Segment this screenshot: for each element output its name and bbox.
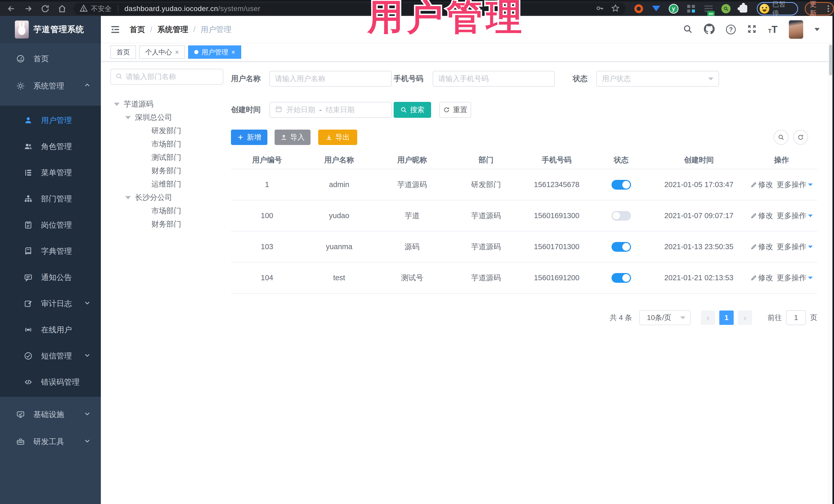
github-icon[interactable] [704,24,715,36]
browser-menu-icon[interactable] [828,5,829,13]
scrollbar-track[interactable] [828,44,832,504]
page-number-active[interactable]: 1 [719,310,734,325]
more-actions-link[interactable]: 更多操作 [777,180,813,190]
tree-node-dept[interactable]: 研发部门 [110,124,223,137]
close-icon[interactable]: × [231,49,235,56]
app-logo[interactable]: 芋道管理系统 [0,16,101,43]
tree-node-root[interactable]: 芋道源码 [110,97,223,111]
hide-search-button[interactable] [774,130,789,145]
prev-page-button[interactable]: ‹ [701,310,715,325]
security-chip[interactable]: 不安全 [91,4,112,13]
home-icon[interactable] [58,4,67,13]
extension-grid-icon[interactable] [686,4,696,14]
fullscreen-icon[interactable] [747,24,757,35]
import-button[interactable]: 导入 [275,130,310,145]
sidebar-item-error-code[interactable]: 错误码管理 [0,369,101,395]
browser-update-button[interactable]: 更新 [805,2,834,15]
tab-profile[interactable]: 个人中心× [139,45,185,59]
username-input[interactable] [275,75,386,83]
export-button[interactable]: 导出 [318,130,357,145]
page-size-select[interactable]: 10条/页 [639,310,690,325]
dashboard-icon [16,54,25,63]
tab-user-management[interactable]: 用户管理× [188,45,241,59]
extension-orange-icon[interactable] [634,4,644,14]
tree-node-dept[interactable]: 市场部门 [110,204,223,218]
sidebar-item-menu-management[interactable]: 菜单管理 [0,160,101,186]
status-toggle[interactable] [612,180,631,190]
extension-list-icon[interactable]: on [703,4,714,14]
reload-icon[interactable] [41,4,50,13]
tree-node-dept[interactable]: 财务部门 [110,164,223,178]
extension-gem-icon[interactable] [651,4,661,14]
sidebar-item-online-users[interactable]: 在线用户 [0,317,101,343]
status-select[interactable]: 用户状态 [596,71,719,87]
docs-help-icon[interactable]: ? [726,25,736,35]
bookmark-star-icon[interactable] [611,4,620,14]
tab-home[interactable]: 首页 [110,45,136,59]
tree-expand-icon[interactable] [125,116,131,119]
sidebar-item-home[interactable]: 首页 [0,45,101,72]
breadcrumb-home[interactable]: 首页 [130,24,145,35]
sidebar-item-dept-management[interactable]: 部门管理 [0,186,101,212]
header-search-icon[interactable] [683,24,693,35]
edit-link[interactable]: 修改 [751,242,773,252]
sidebar-item-system[interactable]: 系统管理 [0,72,101,100]
sidebar-item-dict-management[interactable]: 字典管理 [0,238,101,264]
font-size-icon[interactable]: TT [768,24,777,35]
tree-expand-icon[interactable] [114,103,119,106]
status-toggle[interactable] [612,273,631,283]
warning-icon [80,4,88,13]
status-toggle[interactable] [612,242,631,252]
sidebar-item-notice[interactable]: 通知公告 [0,264,101,290]
tree-expand-icon[interactable] [125,196,131,199]
edit-link[interactable]: 修改 [751,180,773,190]
user-avatar[interactable] [789,20,803,39]
sidebar-item-dev-tools[interactable]: 研发工具 [0,428,101,455]
more-actions-link[interactable]: 更多操作 [777,242,813,252]
sidebar-item-audit-log[interactable]: 审计日志 [0,290,101,317]
tree-node-company[interactable]: 深圳总公司 [110,111,223,124]
date-range-picker[interactable]: 开始日期 - 结束日期 [269,102,392,118]
forward-icon[interactable] [24,4,33,13]
reset-button[interactable]: 重置 [439,102,471,118]
key-icon[interactable] [596,4,604,13]
browser-profile-chip[interactable]: 已暂停 [757,2,798,15]
search-button[interactable]: 搜索 [394,102,431,118]
user-menu-caret-icon[interactable] [814,28,820,31]
org-tree-icon [24,195,33,203]
extension-search-icon[interactable] [721,4,731,14]
mobile-input[interactable] [438,75,549,83]
tree-node-dept[interactable]: 财务部门 [110,218,223,231]
close-icon[interactable]: × [175,49,179,56]
address-bar[interactable]: 不安全 dashboard.yudao.iocoder.cn/system/us… [73,3,626,15]
next-page-button[interactable]: › [738,310,752,325]
more-actions-link[interactable]: 更多操作 [777,273,813,283]
status-toggle[interactable] [612,211,631,221]
more-actions-link[interactable]: 更多操作 [777,211,813,221]
add-button[interactable]: 新增 [231,130,267,145]
sidebar-collapse-icon[interactable] [110,24,120,36]
sidebar-item-infrastructure[interactable]: 基础设施 [0,401,101,428]
table-row: 1 admin 芋道源码 研发部门 15612345678 2021-01-05… [231,169,817,200]
back-icon[interactable] [7,4,16,13]
sidebar-item-user-management[interactable]: 用户管理 [0,107,101,133]
tree-node-dept[interactable]: 运维部门 [110,178,223,191]
extension-y-icon[interactable]: y [668,4,679,14]
url-text[interactable]: dashboard.yudao.iocoder.cn/system/user [125,5,261,13]
tree-node-company[interactable]: 长沙分公司 [110,191,223,204]
create-time-label: 创建时间 [231,105,269,115]
dept-tree: 芋道源码 深圳总公司 研发部门 市场部门 测试部门 财务部门 运维部门 长沙分公… [110,97,223,231]
edit-link[interactable]: 修改 [751,211,773,221]
edit-link[interactable]: 修改 [751,273,773,283]
sidebar-item-post-management[interactable]: 岗位管理 [0,212,101,238]
breadcrumb-system[interactable]: 系统管理 [157,24,188,35]
puzzle-icon[interactable] [738,4,749,14]
sidebar-item-role-management[interactable]: 角色管理 [0,133,101,160]
tree-node-dept[interactable]: 市场部门 [110,137,223,151]
goto-page-input[interactable] [786,310,806,325]
refresh-button[interactable] [793,130,808,145]
sidebar-item-sms[interactable]: 短信管理 [0,343,101,369]
scrollbar-thumb[interactable] [829,45,832,75]
tree-node-dept[interactable]: 测试部门 [110,151,223,164]
dept-search-input[interactable] [126,73,218,81]
